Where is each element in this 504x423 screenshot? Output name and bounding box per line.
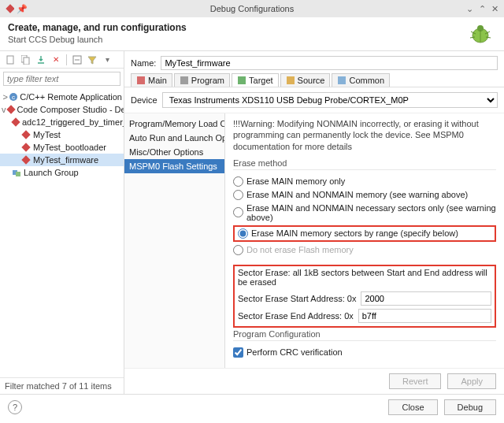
- tab-label: Common: [349, 76, 384, 85]
- svg-rect-25: [238, 76, 246, 84]
- erase-option: Erase MAIN and NONMAIN memory (see warni…: [233, 188, 496, 202]
- tab-main[interactable]: Main: [131, 73, 172, 87]
- tab-label: Main: [148, 76, 167, 85]
- svg-rect-26: [287, 76, 295, 84]
- tab-label: Program: [191, 76, 224, 85]
- left-toolbar: ✕ ▾: [0, 51, 124, 69]
- crc-checkbox[interactable]: [233, 347, 243, 358]
- warning-text: !!!Warning: Modifying NONMAIN incorrectl…: [233, 118, 496, 152]
- header-subtitle: Start CCS Debug launch: [8, 35, 465, 44]
- sector-start-label: Sector Erase Start Address: 0x: [238, 294, 356, 303]
- svg-rect-16: [6, 105, 15, 113]
- cube-icon: [6, 104, 16, 115]
- crc-row: Perform CRC verification: [233, 346, 496, 359]
- erase-radio[interactable]: [233, 245, 243, 255]
- erase-label: Do not erase Flash memory: [246, 245, 354, 254]
- erase-label: Erase MAIN and NONMAIN memory (see warni…: [246, 190, 468, 199]
- header: Create, manage, and run configurations S…: [0, 17, 504, 49]
- close-icon[interactable]: ✕: [490, 4, 499, 13]
- tab-icon: [136, 76, 146, 85]
- window-title: Debug Configurations: [52, 4, 452, 13]
- erase-option: Do not erase Flash memory: [233, 243, 496, 257]
- tree-item[interactable]: vCode Composer Studio - Device D: [0, 103, 124, 116]
- dialog-window: 📌 Debug Configurations ⌄ ⌃ ✕ Create, man…: [0, 0, 504, 423]
- close-button[interactable]: Close: [388, 399, 437, 415]
- tab-target[interactable]: Target: [232, 73, 279, 87]
- tree-item[interactable]: >cC/C++ Remote Application: [0, 91, 124, 103]
- option-list: Program/Memory Load OpAuto Run and Launc…: [124, 113, 225, 368]
- sector-start-input[interactable]: [361, 291, 491, 306]
- crc-label: Perform CRC verification: [246, 347, 343, 357]
- filter-input[interactable]: [3, 72, 120, 86]
- tree-item[interactable]: MyTest_firmware: [0, 154, 124, 166]
- export-icon[interactable]: [35, 54, 47, 66]
- option-item[interactable]: MSPM0 Flash Settings: [124, 159, 224, 173]
- svg-rect-18: [21, 130, 30, 139]
- svg-text:c: c: [12, 94, 15, 101]
- maximize-icon[interactable]: ⌃: [477, 4, 487, 13]
- tree-item-label: Code Composer Studio - Device D: [17, 105, 124, 114]
- titlebar-right: ⌄ ⌃ ✕: [452, 4, 499, 13]
- toolbar-sep: [66, 54, 67, 65]
- tree-item-label: MyTest_bootloader: [33, 143, 106, 152]
- tree-item[interactable]: adc12_triggered_by_timer_eve: [0, 116, 124, 128]
- option-item[interactable]: Program/Memory Load Op: [124, 117, 224, 131]
- erase-label: Erase MAIN memory sectors by range (spec…: [251, 228, 458, 238]
- svg-rect-20: [21, 155, 30, 164]
- apply-button[interactable]: Apply: [447, 373, 496, 389]
- help-button[interactable]: ?: [8, 400, 22, 414]
- minimize-icon[interactable]: ⌄: [465, 4, 474, 13]
- name-label: Name:: [131, 58, 156, 68]
- config-tabs: MainProgramTargetSourceCommon: [124, 73, 504, 87]
- tree-item-label: C/C++ Remote Application: [20, 92, 122, 102]
- sector-end-row: Sector Erase End Address: 0x: [238, 307, 491, 325]
- tab-program[interactable]: Program: [174, 73, 230, 87]
- device-select[interactable]: Texas Instruments XDS110 USB Debug Probe…: [162, 92, 498, 108]
- erase-method-title: Erase method: [233, 158, 496, 170]
- revert-button[interactable]: Revert: [389, 373, 441, 389]
- name-bar: Name:: [124, 51, 504, 73]
- option-item[interactable]: Misc/Other Options: [124, 145, 224, 159]
- tree-item[interactable]: MyTest: [0, 128, 124, 141]
- expander-icon[interactable]: >: [2, 92, 9, 102]
- left-panel: ✕ ▾ >cC/C++ Remote ApplicationvCode Comp…: [0, 51, 124, 394]
- config-tree: >cC/C++ Remote ApplicationvCode Composer…: [0, 89, 124, 377]
- debug-button[interactable]: Debug: [444, 399, 496, 415]
- option-item[interactable]: Auto Run and Launch Optio: [124, 131, 224, 145]
- body: ✕ ▾ >cC/C++ Remote ApplicationvCode Comp…: [0, 51, 504, 394]
- erase-label: Erase MAIN memory only: [246, 176, 345, 186]
- name-input[interactable]: [161, 56, 498, 70]
- sector-end-label: Sector Erase End Address: 0x: [238, 311, 354, 321]
- duplicate-icon[interactable]: [20, 54, 32, 66]
- erase-method-group: Erase method Erase MAIN memory onlyErase…: [233, 158, 496, 257]
- tree-item[interactable]: Launch Group: [0, 166, 124, 179]
- cube-icon: [20, 154, 32, 165]
- collapse-icon[interactable]: [71, 54, 83, 66]
- tab-source[interactable]: Source: [280, 73, 331, 87]
- bug-icon: [465, 22, 496, 46]
- erase-radio[interactable]: [233, 207, 243, 217]
- pin-icon[interactable]: 📌: [17, 4, 27, 13]
- tab-common[interactable]: Common: [332, 73, 390, 87]
- erase-label: Erase MAIN and NONMAIN necessary sectors…: [246, 203, 496, 222]
- erase-option: Erase MAIN memory sectors by range (spec…: [233, 225, 496, 242]
- filter-icon[interactable]: [86, 54, 98, 66]
- device-label: Device: [131, 95, 158, 105]
- svg-rect-23: [137, 76, 145, 84]
- erase-option: Erase MAIN memory only: [233, 175, 496, 188]
- new-config-icon[interactable]: [5, 54, 17, 66]
- delete-icon[interactable]: ✕: [50, 54, 62, 66]
- app-icon: [5, 4, 14, 13]
- settings-panel: !!!Warning: Modifying NONMAIN incorrectl…: [225, 113, 504, 368]
- filter-status: Filter matched 7 of 11 items: [0, 377, 124, 394]
- sector-end-input[interactable]: [358, 309, 491, 323]
- menu-icon[interactable]: ▾: [101, 54, 113, 66]
- tab-icon: [180, 76, 189, 85]
- erase-radio[interactable]: [233, 176, 243, 187]
- erase-radio[interactable]: [233, 190, 243, 200]
- tree-item[interactable]: MyTest_bootloader: [0, 141, 124, 154]
- tree-item-label: MyTest: [33, 130, 61, 139]
- svg-rect-17: [11, 117, 20, 126]
- svg-rect-19: [21, 143, 30, 151]
- erase-radio[interactable]: [238, 228, 248, 239]
